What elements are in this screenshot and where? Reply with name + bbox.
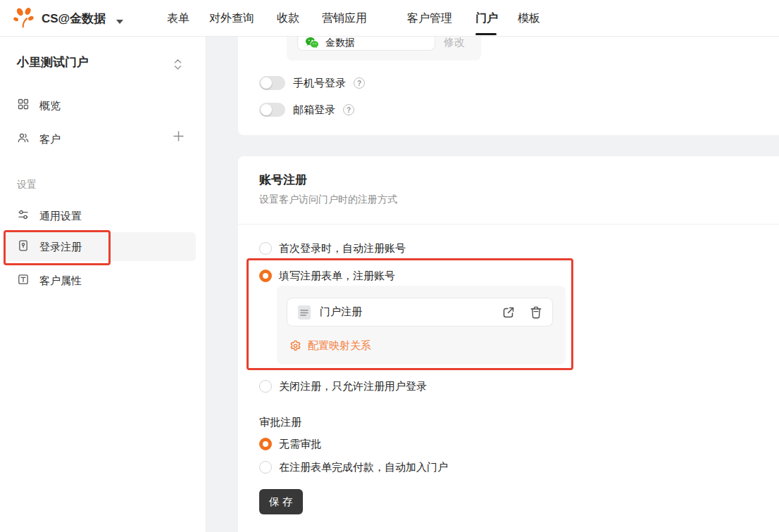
tab-marketing-apps[interactable]: 营销应用 (322, 11, 367, 26)
text-field-icon (17, 273, 30, 289)
configure-mapping-link[interactable]: 配置映射关系 (289, 339, 371, 353)
register-form-panel: 门户注册 (277, 286, 566, 365)
phone-login-row: 手机号登录 ? (259, 76, 365, 90)
workspace-title: CS@金数据 (42, 7, 106, 31)
radio-option-auto-register[interactable]: 首次登录时，自动注册账号 (259, 241, 406, 255)
email-login-row: 邮箱登录 ? (259, 103, 354, 117)
header-divider (238, 224, 779, 224)
radio-label: 首次登录时，自动注册账号 (279, 241, 406, 255)
portal-switcher-icon[interactable] (173, 57, 183, 75)
delete-form-trash-icon[interactable] (530, 305, 542, 319)
radio-icon (259, 242, 272, 255)
form-doc-icon (297, 305, 311, 320)
add-customer-group-button[interactable] (173, 130, 185, 145)
wechat-account-box: 金数据 (297, 36, 435, 51)
tab-payments[interactable]: 收款 (277, 11, 299, 26)
form-item-row[interactable]: 门户注册 (287, 298, 553, 327)
phone-login-toggle[interactable] (259, 76, 285, 90)
open-form-external-link-icon[interactable] (501, 305, 516, 319)
id-badge-icon (17, 239, 30, 255)
sidebar-item-general-settings[interactable]: 通用设置 (17, 208, 82, 224)
radio-label: 无需审批 (279, 437, 321, 451)
sidebar-item-label: 通用设置 (39, 208, 82, 224)
tab-external-query[interactable]: 对外查询 (209, 11, 254, 26)
help-icon[interactable]: ? (354, 77, 365, 89)
configure-mapping-label: 配置映射关系 (308, 339, 371, 353)
people-icon (17, 132, 30, 147)
radio-selected-icon (259, 270, 272, 282)
radio-label: 在注册表单完成付款，自动加入门户 (279, 460, 448, 474)
gear-icon (289, 339, 302, 353)
portal-title: 小里测试门户 (17, 54, 89, 70)
approval-section-label: 审批注册 (259, 416, 301, 429)
wechat-icon (305, 37, 320, 49)
toggle-knob (261, 104, 272, 115)
sidebar-item-login-register[interactable]: 登录注册 (17, 239, 82, 255)
radio-label: 关闭注册，只允许注册用户登录 (279, 379, 427, 393)
grid-icon (17, 98, 30, 113)
sidebar-item-label: 客户属性 (39, 273, 82, 289)
radio-selected-icon (259, 438, 272, 450)
help-icon[interactable]: ? (343, 104, 354, 115)
main-content: 金数据 修改 手机号登录 ? 邮箱登录 ? 账号注册 设置客户访问门户时的注册方… (206, 36, 779, 532)
radio-option-form-register[interactable]: 填写注册表单，注册账号 (259, 269, 395, 283)
card-title: 账号注册 (259, 172, 307, 188)
brand-menu[interactable]: CS@金数据 (11, 6, 123, 32)
form-item-name: 门户注册 (320, 305, 501, 319)
wechat-account-name: 金数据 (325, 37, 355, 49)
modify-link[interactable]: 修改 (444, 36, 465, 48)
email-login-toggle[interactable] (259, 103, 285, 117)
sidebar: 小里测试门户 概览 客户 设置 (0, 36, 206, 532)
toggle-label: 手机号登录 (293, 77, 346, 90)
sidebar-item-label: 登录注册 (39, 239, 82, 255)
account-registration-card: 账号注册 设置客户访问门户时的注册方式 首次登录时，自动注册账号 填写注册表单，… (238, 156, 779, 532)
radio-option-pay-to-join[interactable]: 在注册表单完成付款，自动加入门户 (259, 460, 448, 474)
login-methods-card: 金数据 修改 手机号登录 ? 邮箱登录 ? (238, 36, 779, 135)
radio-icon (259, 461, 272, 474)
toggle-knob (261, 77, 272, 89)
sidebar-item-customer-attributes[interactable]: 客户属性 (17, 273, 82, 289)
tab-customer-management[interactable]: 客户管理 (407, 11, 452, 26)
sliders-icon (17, 208, 30, 224)
tab-forms[interactable]: 表单 (167, 11, 189, 26)
toggle-label: 邮箱登录 (293, 103, 335, 117)
chevron-down-icon (116, 14, 123, 27)
jinshuju-logo-icon (11, 6, 35, 32)
sidebar-item-label: 概览 (39, 98, 61, 113)
top-navbar: CS@金数据 表单 对外查询 收款 营销应用 客户管理 门户 模板 (0, 0, 779, 37)
save-button[interactable]: 保 存 (259, 489, 303, 514)
card-subtitle: 设置客户访问门户时的注册方式 (259, 194, 397, 206)
tab-templates[interactable]: 模板 (518, 11, 540, 26)
radio-option-no-approval[interactable]: 无需审批 (259, 437, 321, 451)
radio-icon (259, 380, 272, 393)
sidebar-section-settings: 设置 (17, 179, 37, 191)
tab-portal[interactable]: 门户 (475, 11, 498, 26)
active-tab-underline (475, 33, 497, 35)
radio-option-closed-register[interactable]: 关闭注册，只允许注册用户登录 (259, 379, 427, 393)
radio-label: 填写注册表单，注册账号 (279, 269, 395, 283)
sidebar-item-overview[interactable]: 概览 (17, 98, 61, 113)
sidebar-item-label: 客户 (39, 132, 61, 147)
sidebar-item-customers[interactable]: 客户 (17, 132, 61, 147)
